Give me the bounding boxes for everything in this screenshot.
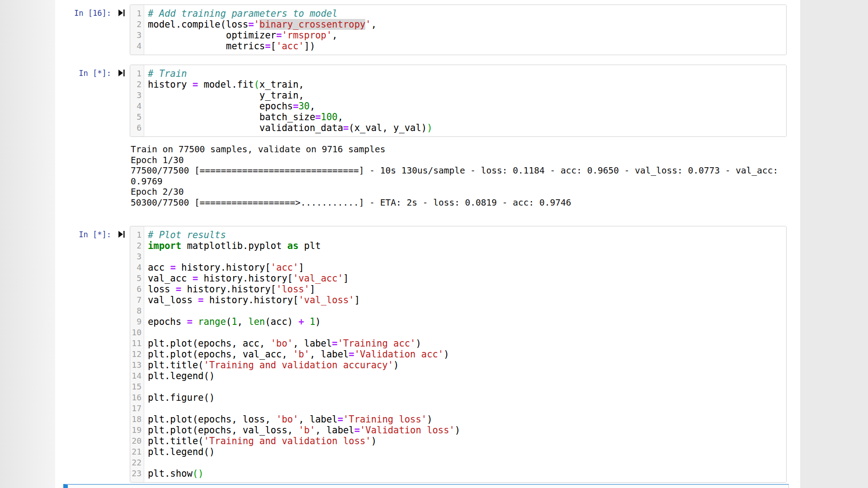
line-number: 8 <box>130 305 142 316</box>
line-number: 4 <box>130 101 142 112</box>
line-number: 1 <box>130 230 142 240</box>
code-token: 'val_loss' <box>298 295 354 305</box>
code-token: , <box>371 19 377 30</box>
code-token: # Plot results <box>148 230 226 240</box>
code-token: ) <box>393 360 399 371</box>
code-token: 'val_acc' <box>293 273 343 284</box>
code-token: = <box>354 425 360 436</box>
code-line: model.compile(loss='binary_crossentropy'… <box>148 19 786 30</box>
code-token: history.history[ <box>176 262 271 273</box>
code-area[interactable]: # Trainhistory = model.fit(x_train, y_tr… <box>144 65 786 136</box>
code-token: 'acc' <box>271 262 299 273</box>
code-line: plt.show() <box>148 468 786 479</box>
code-token: y_train, <box>148 90 304 101</box>
code-token: history.history[ <box>203 295 298 305</box>
line-number: 6 <box>130 284 142 295</box>
code-token: ) <box>427 122 432 133</box>
code-token: = <box>293 101 298 112</box>
line-number: 5 <box>130 273 142 284</box>
run-cell-icon[interactable] <box>118 9 125 17</box>
line-number: 13 <box>130 360 142 371</box>
code-token: ' <box>365 19 371 30</box>
code-line: plt.plot(epochs, val_acc, 'b', label='Va… <box>148 349 786 360</box>
code-token: = <box>338 414 343 425</box>
code-editor[interactable]: 1234 # Add training parameters to modelm… <box>130 5 787 55</box>
code-token: 'b' <box>298 425 315 436</box>
code-token: 'Training acc' <box>338 338 416 349</box>
code-token: (x_val, y_val) <box>349 122 427 133</box>
code-token: as <box>288 240 299 251</box>
code-editor[interactable]: 1234567891011121314151617181920212223 # … <box>130 226 787 483</box>
line-number: 4 <box>130 262 142 273</box>
code-token: ] <box>298 262 304 273</box>
code-token: = <box>187 316 192 327</box>
code-line: history = model.fit(x_train, <box>148 79 786 90</box>
code-token: plt.show <box>148 468 193 479</box>
output-line: Epoch 2/30 <box>131 187 787 197</box>
code-token <box>304 316 310 327</box>
code-token: matplotlib.pyplot <box>181 240 288 251</box>
code-token: batch_size <box>148 112 315 122</box>
code-token: model.fit <box>198 79 254 90</box>
run-cell-icon[interactable] <box>118 230 125 239</box>
code-line: plt.plot(epochs, acc, 'bo', label='Train… <box>148 338 786 349</box>
code-line: validation_data=(x_val, y_val)) <box>148 122 786 133</box>
code-line: metrics=['acc']) <box>148 41 786 52</box>
code-line: y_train, <box>148 90 786 101</box>
page-left-margin <box>0 0 55 488</box>
line-number: 6 <box>130 122 142 133</box>
code-token: epochs <box>148 316 187 327</box>
input-prompt: In [*]: <box>55 68 111 79</box>
code-line: import matplotlib.pyplot as plt <box>148 240 786 251</box>
code-token: 100 <box>321 112 338 122</box>
code-area[interactable]: # Add training parameters to modelmodel.… <box>144 5 786 55</box>
code-line: val_loss = history.history['val_loss'] <box>148 295 786 305</box>
output-line: Train on 77500 samples, validate on 9716… <box>131 144 787 155</box>
code-area[interactable]: # Plot resultsimport matplotlib.pyplot a… <box>144 226 786 482</box>
code-token: [ <box>271 41 276 52</box>
code-token: , <box>338 112 343 122</box>
code-token: plt.title( <box>148 360 203 371</box>
code-token: = <box>349 349 354 360</box>
code-line: epochs = range(1, len(acc) + 1) <box>148 316 786 327</box>
code-token: plt.legend() <box>148 446 215 457</box>
code-line: optimizer='rmsprop', <box>148 30 786 41</box>
code-line: # Train <box>148 68 786 79</box>
output-line: 77500/77500 [===========================… <box>131 165 787 176</box>
code-token: 'Training and validation accuracy' <box>203 360 393 371</box>
code-token: 1 <box>231 316 237 327</box>
code-token: = <box>248 19 254 30</box>
code-token: acc <box>148 262 170 273</box>
code-token: model.compile(loss <box>148 19 248 30</box>
line-number-gutter: 1234 <box>130 5 144 55</box>
code-token: () <box>193 468 204 479</box>
code-token: (acc) <box>265 316 298 327</box>
line-number: 22 <box>130 457 142 468</box>
code-token: + <box>298 316 304 327</box>
line-number-gutter: 1234567891011121314151617181920212223 <box>130 226 144 482</box>
code-token: , <box>310 101 315 112</box>
selected-cell-partial[interactable] <box>63 484 789 488</box>
code-line <box>148 403 786 414</box>
cell-output: Train on 77500 samples, validate on 9716… <box>131 144 787 208</box>
code-editor[interactable]: 123456 # Trainhistory = model.fit(x_trai… <box>130 65 787 137</box>
line-number: 20 <box>130 436 142 446</box>
code-token: history.history[ <box>198 273 293 284</box>
code-token: plt.plot(epochs, acc, <box>148 338 271 349</box>
code-token: val_acc <box>148 273 193 284</box>
code-line: plt.figure() <box>148 392 786 403</box>
run-cell-icon[interactable] <box>118 69 125 77</box>
code-line: plt.title('Training and validation loss'… <box>148 436 786 446</box>
code-token: ]) <box>304 41 316 52</box>
code-token: plt.title( <box>148 436 203 446</box>
code-token: ) <box>455 425 460 436</box>
code-line: loss = history.history['loss'] <box>148 284 786 295</box>
code-token: metrics <box>148 41 265 52</box>
code-line: plt.plot(epochs, val_loss, 'b', label='V… <box>148 425 786 436</box>
code-line: plt.plot(epochs, loss, 'bo', label='Trai… <box>148 414 786 425</box>
code-token: plt.figure() <box>148 392 215 403</box>
line-number: 16 <box>130 392 142 403</box>
code-token: ] <box>310 284 315 295</box>
code-token: val_loss <box>148 295 198 305</box>
line-number: 1 <box>130 8 142 19</box>
